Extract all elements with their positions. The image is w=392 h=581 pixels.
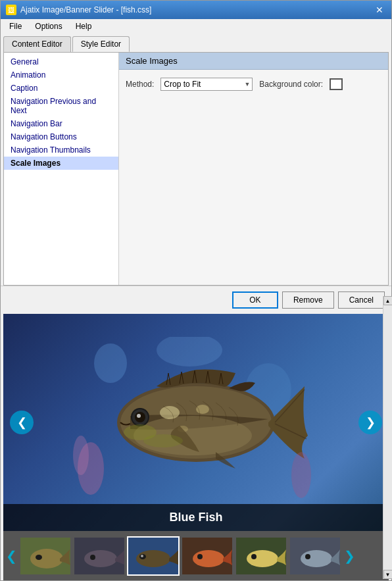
buttons-row: OK Remove Cancel bbox=[1, 286, 391, 314]
sidebar-item-general[interactable]: General bbox=[4, 55, 118, 68]
remove-button[interactable]: Remove bbox=[282, 291, 334, 309]
thumbnail-5[interactable] bbox=[235, 536, 287, 576]
svg-point-17 bbox=[73, 436, 89, 475]
svg-point-20 bbox=[36, 555, 42, 560]
menu-file[interactable]: File bbox=[3, 20, 28, 33]
menu-bar: File Options Help bbox=[1, 19, 391, 34]
title-bar-left: 🖼 Ajatix Image/Banner Slider - [fish.css… bbox=[6, 5, 151, 15]
svg-point-36 bbox=[305, 554, 310, 559]
method-select[interactable]: Crop to Fit Stretch Fit None bbox=[160, 78, 253, 91]
sidebar-item-caption[interactable]: Caption bbox=[4, 82, 118, 95]
sidebar-item-nav-bar[interactable]: Navigation Bar bbox=[4, 117, 118, 130]
app-icon: 🖼 bbox=[6, 5, 16, 15]
method-label: Method: bbox=[126, 80, 154, 89]
sidebar-item-nav-thumbnails[interactable]: Navigation Thumbnails bbox=[4, 143, 118, 157]
sidebar-item-nav-buttons[interactable]: Navigation Buttons bbox=[4, 130, 118, 143]
thumbnail-4[interactable] bbox=[181, 536, 233, 576]
svg-point-32 bbox=[247, 550, 278, 567]
tab-style-editor[interactable]: Style Editor bbox=[72, 36, 130, 52]
scrollbar: ▲ ▼ bbox=[383, 296, 392, 579]
close-button[interactable]: ✕ bbox=[373, 5, 386, 14]
svg-point-23 bbox=[90, 555, 95, 560]
sidebar: General Animation Caption Navigation Pre… bbox=[4, 53, 119, 285]
editor-area: General Animation Caption Navigation Pre… bbox=[3, 52, 389, 286]
tab-content-editor[interactable]: Content Editor bbox=[3, 36, 71, 52]
svg-point-30 bbox=[197, 554, 203, 559]
svg-point-2 bbox=[157, 337, 222, 366]
scroll-down-button[interactable]: ▼ bbox=[383, 570, 393, 579]
cancel-button[interactable]: Cancel bbox=[338, 291, 385, 309]
preview-nav-prev[interactable]: ❮ bbox=[10, 411, 34, 434]
svg-point-16 bbox=[291, 452, 311, 498]
tabs-bar: Content Editor Style Editor bbox=[1, 34, 391, 52]
svg-point-35 bbox=[301, 550, 332, 567]
bg-color-picker[interactable] bbox=[330, 78, 343, 90]
panel-header: Scale Images bbox=[119, 53, 388, 70]
bg-color-label: Background color: bbox=[259, 80, 323, 89]
sidebar-item-scale-images[interactable]: Scale Images bbox=[4, 157, 118, 170]
svg-point-29 bbox=[193, 550, 224, 567]
svg-point-14 bbox=[143, 434, 183, 447]
fish-illustration bbox=[71, 337, 321, 508]
thumbnail-6[interactable] bbox=[289, 536, 341, 576]
caption-bar: Blue Fish bbox=[3, 504, 389, 531]
sidebar-item-animation[interactable]: Animation bbox=[4, 68, 118, 82]
window-title: Ajatix Image/Banner Slider - [fish.css] bbox=[20, 5, 151, 14]
ok-button[interactable]: OK bbox=[232, 291, 278, 309]
svg-point-27 bbox=[141, 555, 143, 557]
svg-point-6 bbox=[160, 406, 180, 419]
scroll-track[interactable] bbox=[383, 305, 393, 570]
svg-point-7 bbox=[196, 405, 209, 414]
svg-point-33 bbox=[251, 554, 257, 559]
preview-nav-next[interactable]: ❯ bbox=[358, 411, 382, 434]
title-bar: 🖼 Ajatix Image/Banner Slider - [fish.css… bbox=[1, 1, 391, 19]
menu-options[interactable]: Options bbox=[29, 20, 68, 33]
content-panel: Scale Images Method: Crop to Fit Stretch… bbox=[119, 53, 388, 285]
method-select-wrapper: Crop to Fit Stretch Fit None bbox=[160, 78, 253, 91]
menu-help[interactable]: Help bbox=[70, 20, 98, 33]
method-row: Method: Crop to Fit Stretch Fit None Bac… bbox=[126, 78, 381, 91]
sidebar-item-nav-prev-next[interactable]: Navigation Previous and Next bbox=[4, 95, 118, 117]
svg-point-12 bbox=[137, 414, 141, 418]
preview-container: ❮ ❯ Blue Fish bbox=[3, 314, 389, 531]
thumbnails-bar: ❮ bbox=[3, 531, 389, 580]
caption-text: Blue Fish bbox=[169, 511, 222, 524]
thumb-prev[interactable]: ❮ bbox=[5, 536, 18, 576]
thumbnail-3[interactable] bbox=[127, 536, 180, 576]
panel-body: Method: Crop to Fit Stretch Fit None Bac… bbox=[119, 70, 388, 285]
svg-point-22 bbox=[84, 550, 117, 567]
svg-point-19 bbox=[30, 549, 63, 568]
thumb-next[interactable]: ❯ bbox=[343, 536, 356, 576]
main-window: 🖼 Ajatix Image/Banner Slider - [fish.css… bbox=[0, 0, 392, 581]
thumbnail-2[interactable] bbox=[73, 536, 126, 576]
thumbnail-1[interactable] bbox=[19, 536, 72, 576]
svg-point-0 bbox=[94, 343, 127, 383]
fish-preview bbox=[3, 314, 389, 531]
scroll-up-button[interactable]: ▲ bbox=[383, 296, 393, 305]
